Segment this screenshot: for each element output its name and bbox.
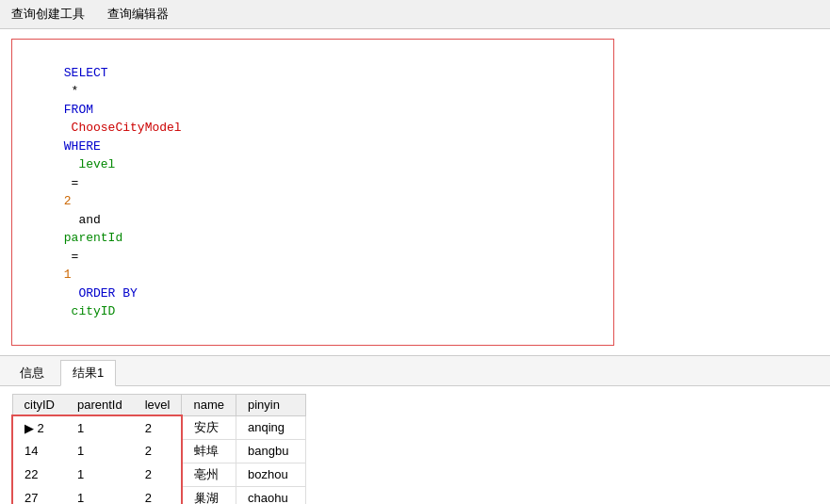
sql-star: * <box>64 84 86 98</box>
main-content: SELECT * FROM ChooseCityModel WHERE leve… <box>0 29 830 504</box>
sql-val-1: 1 <box>64 268 72 282</box>
table-row[interactable]: 2212亳州bozhou <box>12 463 306 486</box>
cell-parentid: 1 <box>66 415 134 439</box>
cell-cityid: 22 <box>12 463 66 486</box>
cell-level: 2 <box>134 415 182 439</box>
cell-level: 2 <box>134 486 182 504</box>
col-header-parentid: parentId <box>66 395 134 416</box>
cell-name: 安庆 <box>182 415 236 439</box>
table-row[interactable]: ▶ 212安庆anqing <box>12 415 306 439</box>
kw-where: WHERE <box>64 139 101 154</box>
cell-parentid: 1 <box>66 486 134 504</box>
tab-result1[interactable]: 结果1 <box>60 360 116 386</box>
results-area[interactable]: cityID parentId level name pinyin ▶ 212安… <box>0 386 830 504</box>
table-wrapper: cityID parentId level name pinyin ▶ 212安… <box>0 386 317 504</box>
tab-bar: 信息 结果1 <box>0 356 830 386</box>
kw-order: ORDER BY <box>64 286 138 301</box>
cell-name: 蚌埠 <box>182 439 236 463</box>
cell-pinyin: bozhou <box>236 463 305 486</box>
tab-info[interactable]: 信息 <box>8 360 57 385</box>
sql-field-level: level <box>64 157 116 171</box>
col-header-pinyin: pinyin <box>236 395 305 416</box>
sql-table: ChooseCityModel <box>64 121 189 135</box>
cell-cityid: ▶ 2 <box>12 415 66 439</box>
col-header-cityid: cityID <box>12 395 66 416</box>
table-row[interactable]: 1412蚌埠bangbu <box>12 439 306 463</box>
cell-pinyin: anqing <box>236 415 305 439</box>
table-body: ▶ 212安庆anqing1412蚌埠bangbu2212亳州bozhou271… <box>12 415 306 504</box>
sql-field-parentid: parentId <box>64 231 122 245</box>
cell-level: 2 <box>134 439 182 463</box>
results-table: cityID parentId level name pinyin ▶ 212安… <box>11 394 306 504</box>
editor-area: SELECT * FROM ChooseCityModel WHERE leve… <box>0 29 830 356</box>
menu-query-create[interactable]: 查询创建工具 <box>8 4 89 24</box>
cell-pinyin: bangbu <box>236 439 305 463</box>
cell-cityid: 14 <box>12 439 66 463</box>
cell-cityid: 27 <box>12 486 66 504</box>
table-row[interactable]: 2712巢湖chaohu <box>12 486 306 504</box>
menu-query-editor[interactable]: 查询编辑器 <box>104 4 172 24</box>
kw-and: and <box>64 213 108 227</box>
bottom-panel: 信息 结果1 cityID parentId level name pinyin <box>0 356 830 504</box>
table-header: cityID parentId level name pinyin <box>12 395 306 416</box>
cell-parentid: 1 <box>66 463 134 486</box>
col-header-name: name <box>182 395 236 416</box>
cell-pinyin: chaohu <box>236 486 305 504</box>
sql-eq1: = <box>64 176 86 190</box>
cell-name: 巢湖 <box>182 486 236 504</box>
menubar: 查询创建工具 查询编辑器 <box>0 0 830 29</box>
col-header-level: level <box>134 395 182 416</box>
sql-editor[interactable]: SELECT * FROM ChooseCityModel WHERE leve… <box>11 39 614 346</box>
sql-field-cityid: cityID <box>64 304 116 318</box>
sql-val-2: 2 <box>64 194 72 208</box>
cell-level: 2 <box>134 463 182 486</box>
kw-select: SELECT <box>64 66 108 80</box>
sql-eq2: = <box>64 250 86 264</box>
cell-parentid: 1 <box>66 439 134 463</box>
kw-from: FROM <box>64 103 93 117</box>
cell-name: 亳州 <box>182 463 236 486</box>
